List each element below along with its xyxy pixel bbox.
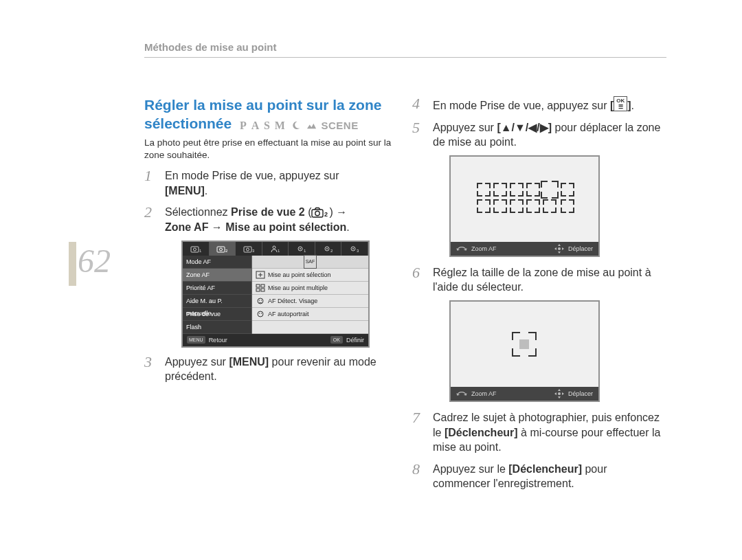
svg-marker-38 xyxy=(558,251,561,254)
svg-point-15 xyxy=(300,248,301,249)
steps-right: 4 En mode Prise de vue, appuyez sur [OK☰… xyxy=(412,96,666,491)
menu-options: SAF Mise au point sélection Mise au poin… xyxy=(252,256,368,334)
af-bracket xyxy=(493,199,507,213)
step-number: 3 xyxy=(144,352,152,372)
menu-item-zone-af: Zone AF xyxy=(183,269,251,282)
menu-tab-gear1: 1 xyxy=(289,242,315,256)
svg-rect-27 xyxy=(261,284,265,287)
svg-point-32 xyxy=(261,300,262,300)
svg-point-18 xyxy=(326,248,328,249)
camera-2-icon: 2 xyxy=(311,207,329,218)
step-7: 7 Cadrez le sujet à photographier, puis … xyxy=(412,410,666,455)
svg-text:2: 2 xyxy=(225,249,227,253)
svg-point-34 xyxy=(259,313,260,313)
header-rule xyxy=(144,57,666,58)
steps-left: 1 En mode Prise de vue, appuyez sur [MEN… xyxy=(144,168,398,384)
menu-item-mode-af: Mode AF xyxy=(183,256,251,269)
mode-indicators: P A S M SCENE xyxy=(240,115,359,134)
menu-set-label: Définir xyxy=(346,336,364,344)
svg-rect-9 xyxy=(244,247,251,252)
step-8: 8 Appuyez sur le [Déclencheur] pour comm… xyxy=(412,462,666,491)
menu-footer: MENURetour OKDéfinir xyxy=(183,334,368,346)
viewfinder-area xyxy=(451,302,598,387)
af-bracket xyxy=(543,199,556,213)
svg-point-12 xyxy=(273,246,276,249)
svg-text:1: 1 xyxy=(304,249,306,253)
svg-point-10 xyxy=(246,248,249,251)
svg-point-33 xyxy=(258,311,263,317)
af-bracket xyxy=(526,199,540,213)
svg-marker-43 xyxy=(558,396,561,399)
svg-rect-28 xyxy=(256,289,260,291)
step-3: 3 Appuyez sur [MENU] pour revenir au mod… xyxy=(144,355,398,384)
mode-landscape-icon xyxy=(306,117,317,127)
menu-option-selection: Mise au point sélection xyxy=(252,269,368,282)
menu-key: [MENU] xyxy=(165,185,205,197)
nav-cross-icon xyxy=(554,389,564,399)
step-2: 2 Sélectionnez Prise de vue 2 (2) → Zone… xyxy=(144,205,398,347)
page-number: 62 xyxy=(78,242,111,280)
viewfinder-footer: Zoom AF Déplacer xyxy=(451,387,598,401)
menu-item-aide-mf: Aide M. au P. manuelle xyxy=(183,295,251,308)
menu-option-blank xyxy=(252,321,368,334)
menu-back-button-icon: MENU xyxy=(187,336,205,344)
menu-item-prise-de-vue: Prise de vue xyxy=(183,308,251,321)
step-number: 6 xyxy=(412,262,420,283)
section-tab xyxy=(69,242,76,286)
viewfinder-footer: Zoom AF Déplacer xyxy=(451,242,598,256)
vf-move-label: Déplacer xyxy=(568,390,593,398)
svg-point-41 xyxy=(558,392,561,395)
svg-text:2: 2 xyxy=(330,249,333,253)
ok-key-icon: OK☰ xyxy=(614,96,627,111)
menu-tab-user1: 1 xyxy=(262,242,289,256)
mode-scene: SCENE xyxy=(322,120,359,131)
right-column: 4 En mode Prise de vue, appuyez sur [OK☰… xyxy=(412,96,666,498)
svg-marker-40 xyxy=(562,247,564,250)
dial-icon xyxy=(456,390,467,397)
menu-option-self: AF autoportrait xyxy=(252,308,368,321)
mode-p: P xyxy=(240,120,247,131)
step-number: 4 xyxy=(412,93,420,114)
menu-option-multiple: Mise au point multiple xyxy=(252,282,368,295)
step-5: 5 Appuyez sur [▲/▼/◀/▶] pour déplacer la… xyxy=(412,120,666,257)
menu-back-label: Retour xyxy=(209,336,227,344)
step-number: 7 xyxy=(412,407,420,428)
af-face-icon xyxy=(256,297,265,305)
af-bracket xyxy=(526,183,540,197)
intro-text: La photo peut être prise en effectuant l… xyxy=(144,137,398,161)
menu-list: Mode AF Zone AF Priorité AF Aide M. au P… xyxy=(183,256,252,334)
svg-point-31 xyxy=(259,300,260,300)
svg-point-4 xyxy=(193,248,196,251)
step-4: 4 En mode Prise de vue, appuyez sur [OK☰… xyxy=(412,96,666,113)
svg-text:1: 1 xyxy=(278,249,280,253)
af-bracket xyxy=(493,183,507,197)
svg-point-35 xyxy=(261,313,262,313)
svg-rect-3 xyxy=(191,247,199,252)
svg-point-21 xyxy=(352,248,354,249)
menu-tab-cam2: 2 xyxy=(210,242,236,256)
dpad-keys: [▲/▼/◀/▶] xyxy=(497,122,552,133)
menu-option-head: SAF xyxy=(252,256,368,269)
step-number: 5 xyxy=(412,117,420,138)
viewfinder-multi-af: Zoom AF Déplacer xyxy=(449,155,600,257)
dial-icon xyxy=(456,245,467,252)
title-line-2: sélectionnée xyxy=(144,115,232,131)
af-bracket-active xyxy=(541,181,559,199)
menu-item-flash: Flash xyxy=(183,321,251,334)
mode-night-icon xyxy=(291,117,301,127)
svg-marker-37 xyxy=(558,244,561,246)
title-line-1: Régler la mise au point sur la zone xyxy=(144,97,381,113)
vf-zoom-label: Zoom AF xyxy=(471,245,497,253)
viewfinder-single-af: Zoom AF Déplacer xyxy=(449,300,600,402)
step-number: 1 xyxy=(144,166,152,186)
af-bracket xyxy=(510,183,524,197)
page-title: Régler la mise au point sur la zone séle… xyxy=(144,96,398,134)
step-1: 1 En mode Prise de vue, appuyez sur [MEN… xyxy=(144,168,398,198)
menu-tab-gear2: 2 xyxy=(315,242,342,256)
vf-move-label: Déplacer xyxy=(568,245,593,253)
af-bracket xyxy=(510,199,524,213)
af-selection-icon xyxy=(256,271,265,279)
svg-rect-29 xyxy=(261,289,265,291)
left-column: Régler la mise au point sur la zone séle… xyxy=(144,96,398,391)
nav-cross-icon xyxy=(554,244,564,254)
